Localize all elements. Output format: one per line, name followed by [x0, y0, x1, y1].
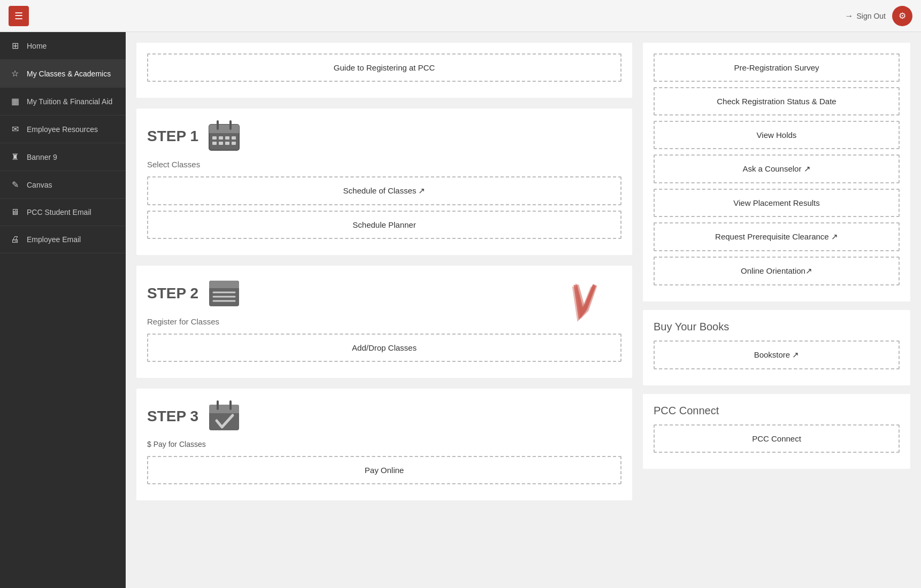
sidebar-item-label: My Classes & Academics: [27, 69, 111, 78]
step1-label: STEP 1: [147, 128, 198, 145]
sidebar-item-my-classes[interactable]: ☆ My Classes & Academics: [0, 60, 126, 88]
pcc-connect-section: PCC Connect PCC Connect: [643, 394, 910, 469]
chart-icon: ▦: [10, 96, 20, 106]
sidebar-item-label: PCC Student Email: [27, 208, 91, 216]
svg-rect-15: [209, 284, 239, 288]
guide-section: Guide to Registering at PCC: [136, 43, 632, 98]
monitor-icon: 🖥: [10, 207, 20, 217]
guide-register-button[interactable]: Guide to Registering at PCC: [147, 53, 621, 82]
request-prerequisite-clearance-button[interactable]: Request Prerequisite Clearance ↗: [654, 222, 900, 251]
hamburger-button[interactable]: ☰: [9, 6, 29, 26]
adddrop-label: Add/Drop Classes: [352, 343, 417, 352]
topbar-left: ☰: [9, 6, 29, 26]
sidebar: ⊞ Home ☆ My Classes & Academics ▦ My Tui…: [0, 32, 126, 588]
svg-rect-8: [232, 136, 236, 140]
step3-subtitle: $ Pay for Classes: [147, 440, 621, 448]
main-layout: ⊞ Home ☆ My Classes & Academics ▦ My Tui…: [0, 32, 921, 588]
step2-label: STEP 2: [147, 285, 198, 302]
list-icon: [207, 276, 241, 311]
svg-rect-9: [212, 142, 217, 145]
signout-link[interactable]: → Sign Out: [845, 11, 886, 21]
sidebar-item-label: Banner 9: [27, 153, 57, 161]
pcc-connect-button[interactable]: PCC Connect: [654, 424, 900, 453]
sidebar-item-label: Home: [27, 42, 47, 50]
check-registration-status-button[interactable]: Check Registration Status & Date: [654, 87, 900, 115]
svg-rect-10: [219, 142, 223, 145]
buy-books-section: Buy Your Books Bookstore ↗: [643, 310, 910, 385]
envelope-icon: ✉: [10, 124, 20, 134]
step2-section: STEP 2 Register for Classes Add/Drop Cla…: [136, 266, 632, 378]
sidebar-item-my-tuition[interactable]: ▦ My Tuition & Financial Aid: [0, 88, 126, 115]
pay-online-label: Pay Online: [365, 466, 404, 475]
sidebar-item-label: Employee Resources: [27, 125, 98, 134]
ask-counselor-button[interactable]: Ask a Counselor ↗: [654, 154, 900, 183]
signout-arrow-icon: →: [845, 11, 854, 21]
settings-button[interactable]: ⚙: [892, 6, 912, 26]
pcc-connect-title: PCC Connect: [654, 405, 900, 417]
sidebar-item-label: Canvas: [27, 181, 52, 189]
svg-rect-12: [232, 142, 236, 145]
step2-header: STEP 2: [147, 276, 621, 311]
svg-rect-11: [225, 142, 229, 145]
view-holds-button[interactable]: View Holds: [654, 121, 900, 149]
step2-subtitle: Register for Classes: [147, 317, 621, 326]
gear-icon: ⚙: [899, 11, 906, 21]
sidebar-item-banner9[interactable]: ♜ Banner 9: [0, 143, 126, 171]
step1-section: STEP 1: [136, 109, 632, 255]
star-icon: ☆: [10, 68, 20, 79]
sidebar-item-canvas[interactable]: ✎ Canvas: [0, 171, 126, 199]
signout-label: Sign Out: [857, 12, 886, 20]
canvas-icon: ✎: [10, 180, 20, 190]
banner-icon: ♜: [10, 152, 20, 162]
svg-rect-7: [225, 136, 229, 140]
topbar-right: → Sign Out ⚙: [845, 6, 912, 26]
schedule-classes-button[interactable]: Schedule of Classes ↗: [147, 176, 621, 205]
calendar-icon: [207, 119, 241, 153]
bookstore-button[interactable]: Bookstore ↗: [654, 341, 900, 369]
svg-rect-2: [209, 129, 239, 133]
svg-rect-6: [219, 136, 223, 140]
schedule-classes-label: Schedule of Classes ↗: [343, 186, 426, 195]
buy-books-title: Buy Your Books: [654, 321, 900, 333]
hamburger-icon: ☰: [14, 10, 23, 22]
step3-label: STEP 3: [147, 408, 198, 425]
registration-section: Pre-Registration Survey Check Registrati…: [643, 43, 910, 301]
topbar: ☰ → Sign Out ⚙: [0, 0, 921, 32]
sidebar-item-home[interactable]: ⊞ Home: [0, 32, 126, 60]
schedule-planner-button[interactable]: Schedule Planner: [147, 211, 621, 239]
left-column: Guide to Registering at PCC STEP 1: [136, 43, 632, 577]
pre-registration-survey-button[interactable]: Pre-Registration Survey: [654, 53, 900, 82]
step1-subtitle: Select Classes: [147, 160, 621, 169]
sidebar-item-label: My Tuition & Financial Aid: [27, 97, 112, 106]
right-column: Pre-Registration Survey Check Registrati…: [643, 43, 910, 577]
adddrop-classes-button[interactable]: Add/Drop Classes: [147, 334, 621, 362]
step3-header: STEP 3: [147, 399, 621, 434]
view-placement-results-button[interactable]: View Placement Results: [654, 189, 900, 217]
pay-online-button[interactable]: Pay Online: [147, 456, 621, 484]
svg-rect-5: [212, 136, 217, 140]
printer-icon: 🖨: [10, 235, 20, 244]
step1-header: STEP 1: [147, 119, 621, 153]
step3-section: STEP 3 $ Pay for Classes Pay Online: [136, 389, 632, 500]
sidebar-item-employee-resources[interactable]: ✉ Employee Resources: [0, 115, 126, 143]
checked-calendar-icon: [207, 399, 241, 434]
sidebar-item-employee-email[interactable]: 🖨 Employee Email: [0, 226, 126, 253]
online-orientation-button[interactable]: Online Orientation↗: [654, 257, 900, 285]
sidebar-item-pcc-email[interactable]: 🖥 PCC Student Email: [0, 199, 126, 226]
svg-rect-21: [209, 409, 239, 413]
schedule-planner-label: Schedule Planner: [352, 220, 416, 229]
main-content: Guide to Registering at PCC STEP 1: [126, 32, 921, 588]
sidebar-item-label: Employee Email: [27, 235, 81, 244]
home-icon: ⊞: [10, 41, 20, 51]
